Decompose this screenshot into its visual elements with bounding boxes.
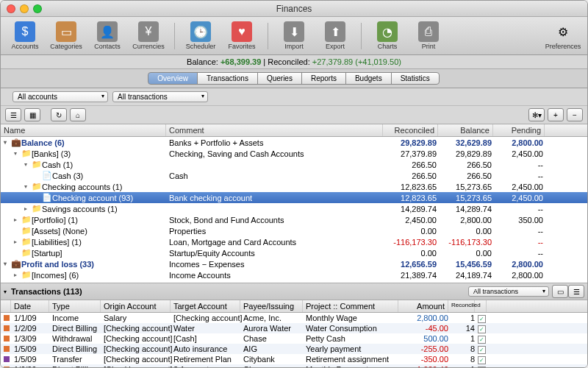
tx-row[interactable]: 1/2/09Direct Billing[Checking account]Wa…	[1, 323, 587, 333]
reconciled-value: +27,379.89 (+41,019.50)	[312, 57, 401, 66]
tree-row[interactable]: ▾📁Checking accounts (1)12,823.6515,273.6…	[1, 181, 587, 192]
folder-icon: 📁	[21, 237, 30, 247]
col-comment[interactable]: Comment	[166, 124, 383, 136]
add-button[interactable]: +	[548, 108, 564, 121]
reconciled-checkbox[interactable]: ✓	[478, 325, 486, 333]
folder-icon: 📁	[21, 270, 30, 280]
accounts-dropdown[interactable]: All accounts	[12, 91, 108, 102]
txcol-amount[interactable]: Amount	[398, 300, 448, 312]
filter-bar: All accounts All transactions	[1, 88, 587, 106]
tree-row[interactable]: ▾📁Cash (1)266.50266.50--	[1, 159, 587, 170]
txcol-origin[interactable]: Origin Account	[101, 300, 171, 312]
toolbar-preferences[interactable]: ⚙Preferences	[545, 21, 581, 50]
tree-row[interactable]: ▸📁[Portfolio] (1)Stock, Bond and Fund Ac…	[1, 214, 587, 225]
toolbar-accounts[interactable]: $Accounts	[7, 21, 43, 50]
view-list-button[interactable]: ☰	[5, 108, 21, 121]
settings-button[interactable]: ✻▾	[528, 108, 545, 121]
window-title: Finances	[1, 4, 587, 14]
toolbar-export[interactable]: ⬆Export	[317, 21, 354, 50]
col-balance[interactable]: Balance	[438, 124, 493, 136]
reconciled-checkbox[interactable]: ✓	[478, 336, 486, 344]
toolbar-scheduler[interactable]: 🕒Scheduler	[182, 21, 219, 50]
txcol-type[interactable]: Type	[49, 300, 101, 312]
toolbar-categories[interactable]: ▭Categories	[48, 21, 85, 50]
tx-fold-icon[interactable]: ▾	[4, 289, 11, 295]
tab-reports[interactable]: Reports	[301, 72, 346, 85]
reconciled-checkbox[interactable]: ✓	[478, 356, 486, 364]
tx-row[interactable]: 1/5/09Direct Billing[Checking account]Au…	[1, 344, 587, 354]
reconciled-checkbox[interactable]: ✓	[478, 315, 486, 323]
balance-value: +68,399.39	[220, 57, 261, 66]
disclosure-icon[interactable]: ▸	[14, 238, 21, 245]
txcol-reconciled[interactable]: Reconciled	[448, 300, 475, 312]
status-bar: Balance: +68,399.39 | Reconciled: +27,37…	[1, 55, 587, 69]
toolbar-charts[interactable]: ◔Charts	[369, 21, 406, 50]
disclosure-icon[interactable]: ▾	[4, 261, 11, 267]
toolbar-import[interactable]: ⬇Import	[276, 21, 312, 50]
account-tree[interactable]: ▾💼Balance (6)Banks + Portfolio + Assets2…	[1, 137, 587, 283]
folder-icon: 📄	[42, 171, 51, 180]
tx-column-header: Date Type Origin Account Target Account …	[1, 300, 587, 313]
tree-row[interactable]: 📄Checking account (93)Bank checking acco…	[1, 192, 587, 203]
disclosure-icon[interactable]: ▾	[24, 161, 32, 168]
tab-bar: OverviewTransactionsQueriesReportsBudget…	[1, 69, 587, 88]
remove-button[interactable]: −	[567, 108, 583, 121]
txcol-payee[interactable]: Payee/Issuing	[240, 300, 303, 312]
tab-overview[interactable]: Overview	[148, 72, 198, 85]
tx-filter-dropdown[interactable]: All transactions	[468, 286, 549, 297]
refresh-button[interactable]: ↻	[51, 108, 67, 121]
tx-view1-button[interactable]: ▭	[552, 285, 568, 298]
tree-row[interactable]: ▸📁[Incomes] (6)Income Accounts21,389.742…	[1, 269, 587, 280]
view-icon-button[interactable]: ▦	[24, 108, 40, 121]
folder-icon: 📁	[21, 248, 30, 258]
tree-row[interactable]: ▾📁[Expenses] (27)Expense Accounts-8,733.…	[1, 280, 587, 283]
folder-icon: 📁	[21, 226, 30, 236]
tree-row[interactable]: ▾💼Balance (6)Banks + Portfolio + Assets2…	[1, 137, 587, 148]
tree-row[interactable]: ▾📁[Banks] (3)Checking, Saving and Cash A…	[1, 148, 587, 159]
folder-icon: 📁	[32, 160, 40, 169]
tree-row[interactable]: ▾💼Profit and loss (33)Incomes − Expenses…	[1, 258, 587, 269]
txcol-target[interactable]: Target Account	[171, 300, 240, 312]
tx-row[interactable]: 1/3/09Withdrawal[Checking account][Cash]…	[1, 333, 587, 344]
titlebar: Finances	[1, 1, 587, 17]
reconciled-checkbox[interactable]: ✓	[478, 346, 486, 354]
disclosure-icon[interactable]: ▸	[24, 205, 32, 212]
tab-budgets[interactable]: Budgets	[345, 72, 392, 85]
toolbar-currencies[interactable]: ¥Currencies	[130, 21, 167, 50]
tx-view2-button[interactable]: ☰	[568, 285, 584, 298]
home-button[interactable]: ⌂	[70, 108, 86, 121]
tree-column-header: Name Comment Reconciled Balance Pending	[1, 124, 587, 137]
transactions-dropdown[interactable]: All transactions	[112, 91, 208, 102]
tree-row[interactable]: ▸📁[Liabilities] (1)Loan, Mortgage and Ca…	[1, 236, 587, 247]
disclosure-icon[interactable]: ▾	[24, 183, 32, 190]
control-bar: ☰ ▦ ↻ ⌂ ✻▾ + −	[1, 106, 587, 124]
folder-icon: 📁	[32, 182, 40, 191]
tx-row[interactable]: 1/6/09Direct Billing[Checking account]3 …	[1, 364, 587, 368]
disclosure-icon[interactable]: ▸	[14, 272, 21, 278]
tx-table[interactable]: 1/1/09IncomeSalary[Checking account]Acme…	[1, 313, 587, 368]
tree-row[interactable]: 📄Cash (3)Cash266.50266.50--	[1, 170, 587, 181]
tab-transactions[interactable]: Transactions	[197, 72, 258, 85]
tab-statistics[interactable]: Statistics	[391, 72, 440, 85]
folder-icon: 📁	[21, 149, 30, 158]
disclosure-icon[interactable]: ▸	[14, 216, 21, 223]
toolbar-contacts[interactable]: 👤Contacts	[89, 21, 126, 50]
toolbar-print[interactable]: ⎙Print	[410, 21, 447, 50]
toolbar-favorites[interactable]: ♥Favorites	[223, 21, 260, 50]
toolbar: $Accounts▭Categories👤Contacts¥Currencies…	[1, 17, 587, 55]
tab-queries[interactable]: Queries	[257, 72, 302, 85]
tree-row[interactable]: 📁[Startup]Startup/Equity Accounts0.000.0…	[1, 247, 587, 258]
disclosure-icon[interactable]: ▾	[14, 150, 21, 157]
tree-row[interactable]: ▸📁Savings accounts (1)14,289.7414,289.74…	[1, 203, 587, 214]
col-pending[interactable]: Pending	[493, 124, 545, 136]
folder-icon: 📁	[21, 281, 30, 283]
folder-icon: 📄	[42, 193, 51, 202]
txcol-project[interactable]: Project :: Comment	[303, 300, 398, 312]
tx-row[interactable]: 1/5/09Transfer[Checking account]Retireme…	[1, 354, 587, 364]
tx-row[interactable]: 1/1/09IncomeSalary[Checking account]Acme…	[1, 313, 587, 323]
disclosure-icon[interactable]: ▾	[4, 139, 11, 146]
tree-row[interactable]: 📁[Assets] (None)Properties0.000.00--	[1, 225, 587, 236]
col-name[interactable]: Name	[1, 124, 166, 136]
col-reconciled[interactable]: Reconciled	[383, 124, 438, 136]
txcol-date[interactable]: Date	[11, 300, 49, 312]
